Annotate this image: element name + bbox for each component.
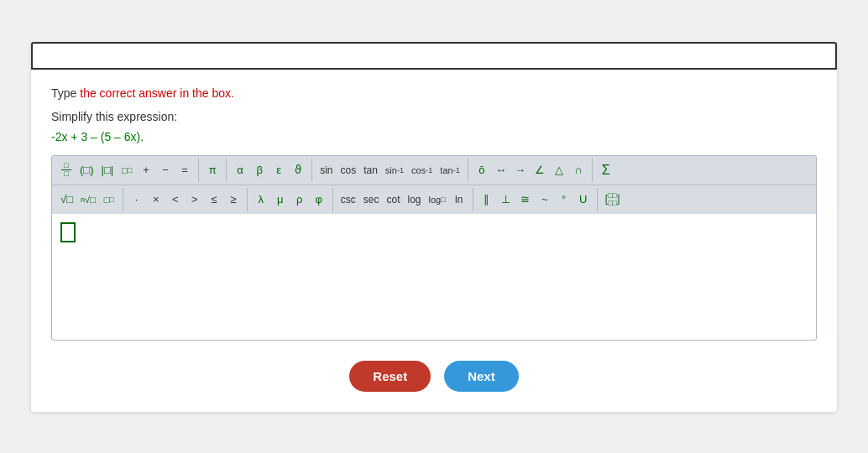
sep-8	[332, 188, 333, 211]
ln-btn[interactable]: ln	[450, 190, 468, 209]
sep-2	[226, 159, 227, 182]
perp-btn[interactable]: ⊥	[497, 190, 515, 209]
lambda-btn[interactable]: λ	[252, 190, 270, 209]
arccos-btn[interactable]: cos-1	[408, 161, 436, 180]
cap-btn[interactable]: ∩	[569, 161, 588, 180]
sep-4	[468, 159, 468, 182]
lte-btn[interactable]: ≤	[205, 190, 223, 209]
arcsin-btn[interactable]: sin-1	[382, 161, 407, 180]
action-buttons: Reset Next	[51, 361, 817, 392]
paren-btn[interactable]: (□)	[76, 161, 97, 180]
reset-button[interactable]: Reset	[349, 361, 431, 392]
times-btn[interactable]: ×	[147, 190, 165, 209]
dot-btn[interactable]: ·	[128, 190, 146, 209]
tan-btn[interactable]: tan	[360, 161, 381, 180]
problem-label: Simplify this expression:	[51, 110, 817, 123]
sin-btn[interactable]: sin	[316, 161, 336, 180]
theta-btn[interactable]: ϑ	[289, 161, 307, 180]
toolbar-row-2: √□ n√□ □□ · × < > ≤ ≥ λ μ ρ φ csc sec	[52, 185, 816, 214]
instruction-highlight: the correct answer in the box.	[80, 86, 234, 100]
question-number[interactable]: 3	[31, 42, 837, 70]
mu-btn[interactable]: μ	[271, 190, 290, 209]
sep-10	[597, 188, 598, 211]
leftarrow-btn[interactable]: ↔	[492, 161, 510, 180]
alpha-btn[interactable]: α	[231, 161, 249, 180]
nthroot-btn[interactable]: n√□	[77, 190, 99, 209]
sep-9	[473, 188, 473, 211]
tilde-btn[interactable]: ~	[536, 190, 554, 209]
next-button[interactable]: Next	[444, 361, 519, 392]
gt-btn[interactable]: >	[186, 190, 204, 209]
equals-btn[interactable]: =	[175, 161, 194, 180]
cot-btn[interactable]: cot	[383, 190, 403, 209]
gte-btn[interactable]: ≥	[224, 190, 243, 209]
superscript-btn[interactable]: □□	[118, 161, 136, 180]
toolbar-row-1: □ □ (□) |□| □□ + − = π	[52, 156, 816, 185]
approx-btn[interactable]: ≅	[516, 190, 535, 209]
csc-btn[interactable]: csc	[337, 190, 359, 209]
degree-btn[interactable]: °	[555, 190, 573, 209]
sep-3	[311, 159, 312, 182]
pi-btn[interactable]: π	[203, 161, 222, 180]
sep-6	[123, 188, 123, 211]
instruction: Type the correct answer in the box.	[51, 86, 817, 100]
abs-btn[interactable]: |□|	[98, 161, 118, 180]
lt-btn[interactable]: <	[166, 190, 185, 209]
epsilon-btn[interactable]: ε	[269, 161, 288, 180]
sep-5	[592, 159, 593, 182]
expression: -2x + 3 – (5 – 6x).	[51, 130, 817, 143]
minus-btn[interactable]: −	[156, 161, 175, 180]
triangle-btn[interactable]: △	[550, 161, 568, 180]
sigma-btn[interactable]: Σ	[597, 161, 615, 180]
sqrt-btn[interactable]: √□	[57, 190, 76, 209]
matrix-btn[interactable]: [□□□□]	[602, 190, 624, 209]
phi-btn[interactable]: φ	[310, 190, 328, 209]
rightarrow-btn[interactable]: →	[511, 161, 530, 180]
rho-btn[interactable]: ρ	[290, 190, 309, 209]
sep-1	[198, 159, 199, 182]
beta-btn[interactable]: β	[250, 161, 269, 180]
subscript-btn[interactable]: □□	[100, 190, 118, 209]
fraction-btn[interactable]: □ □	[57, 161, 76, 180]
sec-btn[interactable]: sec	[360, 190, 383, 209]
math-editor: □ □ (□) |□| □□ + − = π	[51, 155, 817, 341]
question-card: 3 Type the correct answer in the box. Si…	[31, 42, 837, 412]
angle-btn[interactable]: ∠	[531, 161, 549, 180]
log-btn[interactable]: log	[404, 190, 424, 209]
logbase-btn[interactable]: log□	[426, 190, 449, 209]
cursor-box	[60, 222, 76, 242]
arctan-btn[interactable]: tan-1	[437, 161, 463, 180]
cos-btn[interactable]: cos	[337, 161, 359, 180]
overline-btn[interactable]: ō	[473, 161, 491, 180]
union-btn[interactable]: U	[574, 190, 593, 209]
math-input-area[interactable]	[52, 214, 816, 340]
sep-7	[247, 188, 248, 211]
plus-btn[interactable]: +	[137, 161, 155, 180]
parallel-btn[interactable]: ∥	[478, 190, 496, 209]
